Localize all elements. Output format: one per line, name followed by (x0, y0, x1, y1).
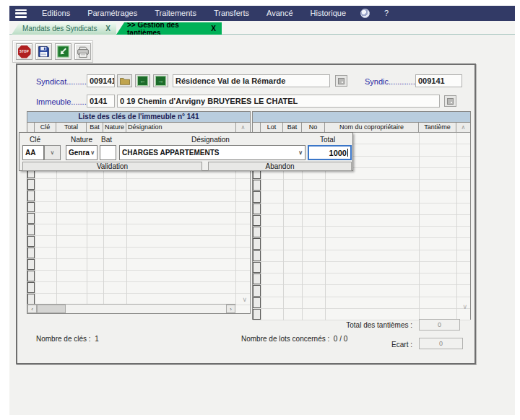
table-row[interactable] (253, 204, 470, 215)
syndicat-code-field[interactable]: 009141 (87, 74, 115, 87)
menu-avance[interactable]: Avancé (258, 6, 302, 21)
popup-cle-label: Clé (30, 136, 40, 144)
row-selector[interactable] (253, 238, 261, 249)
row-selector[interactable] (27, 248, 35, 258)
total-input[interactable]: 1000 (308, 145, 352, 160)
popup-bat-label: Bat (101, 136, 112, 144)
row-selector[interactable] (253, 309, 261, 320)
menu-parametrages[interactable]: Paramétrages (79, 6, 146, 21)
table-row[interactable] (253, 227, 470, 238)
nb-lots-label: Nombre de lots concernés : 0 / 0 (241, 335, 347, 343)
menu-traitements[interactable]: Traitements (146, 6, 205, 21)
row-selector[interactable] (27, 213, 35, 224)
row-selector[interactable] (27, 202, 35, 213)
hamburger-menu-icon[interactable] (15, 9, 27, 18)
folder-icon (120, 77, 130, 85)
close-icon[interactable]: X (211, 25, 216, 32)
row-selector[interactable] (253, 262, 261, 273)
row-selector[interactable] (27, 282, 35, 293)
table-row[interactable] (253, 238, 470, 250)
nb-cles-value: 1 (95, 335, 99, 343)
abandon-button[interactable]: Abandon (208, 162, 352, 171)
designation-combo[interactable]: CHARGES APPARTEMENTS ∨ (119, 145, 306, 160)
row-selector[interactable] (253, 180, 261, 191)
table-row[interactable] (27, 191, 250, 202)
validation-button[interactable]: Validation (22, 162, 202, 171)
table-row[interactable] (253, 191, 470, 203)
nature-select[interactable]: Genra ∨ (66, 145, 98, 160)
scroll-right-icon[interactable]: › (226, 305, 235, 313)
syndicat-detail-button[interactable] (335, 75, 347, 87)
row-selector[interactable] (27, 259, 35, 270)
stop-button[interactable] (16, 43, 32, 60)
syndic-code-field[interactable]: 009141 (415, 74, 462, 87)
row-selector[interactable] (27, 191, 35, 201)
table-row[interactable] (253, 250, 470, 262)
detail-icon (338, 78, 344, 84)
nb-lots-value: 0 / 0 (334, 335, 347, 343)
scroll-up-icon[interactable]: ∧ (456, 123, 470, 132)
immeuble-address-field[interactable]: 0 19 Chemin d'Arvigny BRUYERES LE CHATEL (117, 95, 440, 108)
syndicat-name-field[interactable]: Résidence Val de la Rémarde (173, 74, 330, 87)
save-button[interactable] (35, 43, 52, 60)
table-row[interactable] (27, 271, 250, 282)
cles-group-title: Liste des clés de l'immeuble n° 141 (27, 112, 250, 123)
menu-transferts[interactable]: Transferts (205, 6, 258, 21)
scroll-down-icon[interactable]: ∨ (462, 303, 467, 310)
scrollbar-thumb[interactable] (37, 305, 66, 313)
table-row[interactable] (253, 285, 470, 297)
menu-historique[interactable]: Historique (302, 6, 355, 21)
row-selector[interactable] (27, 224, 35, 235)
tab-mandats-des-syndicats[interactable]: Mandats des Syndicats X (12, 22, 116, 35)
table-row[interactable] (27, 179, 250, 191)
table-row[interactable] (253, 274, 470, 285)
exit-button[interactable] (55, 43, 72, 60)
scroll-left-icon[interactable]: ‹ (27, 305, 37, 313)
table-row[interactable] (27, 224, 250, 236)
table-row[interactable] (253, 180, 470, 191)
row-selector[interactable] (253, 215, 261, 226)
globe-icon[interactable] (360, 9, 370, 18)
row-selector[interactable] (27, 236, 35, 247)
table-row[interactable] (27, 236, 250, 248)
scroll-up-icon[interactable]: ∧ (236, 123, 250, 132)
table-row[interactable] (27, 213, 250, 224)
scroll-down-icon[interactable]: ∨ (242, 296, 247, 303)
table-row[interactable] (27, 282, 250, 294)
toolbar (12, 40, 93, 63)
bat-input[interactable] (100, 145, 116, 160)
table-row[interactable] (253, 215, 470, 227)
row-selector[interactable] (253, 250, 261, 261)
row-selector[interactable] (27, 294, 35, 305)
cle-dropdown-button[interactable]: ∨ (44, 145, 61, 160)
table-row[interactable] (253, 297, 470, 309)
table-row[interactable] (253, 262, 470, 274)
next-record-button[interactable]: → (153, 74, 168, 87)
row-selector[interactable] (253, 274, 261, 284)
row-selector[interactable] (253, 191, 261, 202)
open-folder-button[interactable] (117, 74, 132, 87)
row-selector[interactable] (253, 285, 261, 296)
row-selector[interactable] (27, 271, 35, 281)
cle-input[interactable]: AA (22, 145, 44, 160)
scrollbar-track[interactable] (66, 305, 226, 313)
row-selector[interactable] (253, 204, 261, 214)
table-row[interactable] (27, 248, 250, 259)
previous-record-button[interactable]: ← (135, 74, 150, 87)
close-icon[interactable]: X (105, 25, 110, 32)
table-row[interactable] (27, 259, 250, 271)
print-button[interactable] (74, 43, 91, 60)
menu-editions[interactable]: Editions (33, 6, 79, 21)
menu-help[interactable]: ? (376, 6, 397, 21)
tab-gestion-des-tantiemes[interactable]: >> Gestion des tantièmes X (116, 22, 222, 35)
table-row[interactable] (27, 202, 250, 214)
row-selector[interactable] (27, 179, 35, 190)
row-selector[interactable] (253, 227, 261, 237)
immeuble-code-field[interactable]: 0141 (87, 95, 115, 108)
immeuble-detail-button[interactable] (444, 95, 456, 107)
chevron-down-icon: ∨ (298, 149, 303, 156)
arrow-left-icon: ← (137, 76, 148, 86)
tab-bar: Mandats des Syndicats X >> Gestion des t… (9, 21, 515, 35)
detail-icon (447, 98, 454, 105)
row-selector[interactable] (253, 297, 261, 308)
